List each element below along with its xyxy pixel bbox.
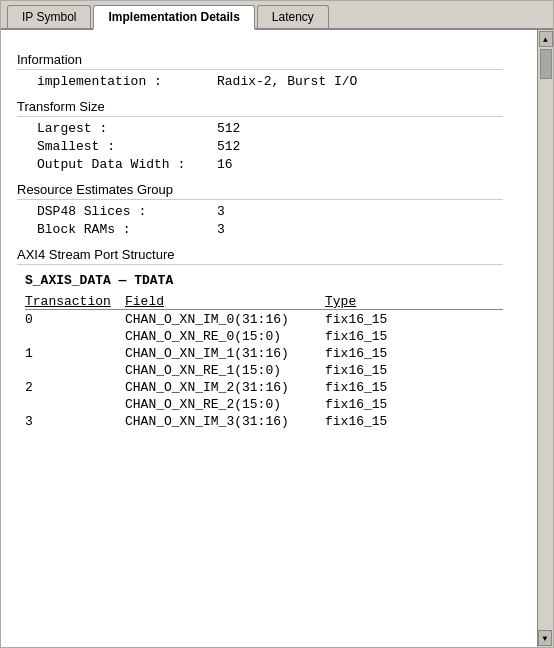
cell-field-2a: CHAN_O_XN_IM_2(31:16) xyxy=(125,380,325,395)
scrollbar[interactable]: ▲ ▼ xyxy=(537,30,553,647)
field-value-implementation: Radix-2, Burst I/O xyxy=(217,74,357,89)
table-header-row: Transaction Field Type xyxy=(25,294,503,310)
scroll-down-button[interactable]: ▼ xyxy=(538,630,552,646)
table-row: 0 CHAN_O_XN_IM_0(31:16) fix16_15 xyxy=(25,312,503,327)
col-header-field: Field xyxy=(125,294,325,309)
field-value-block-rams: 3 xyxy=(217,222,225,237)
cell-field-3a: CHAN_O_XN_IM_3(31:16) xyxy=(125,414,325,429)
field-label-dsp48: DSP48 Slices : xyxy=(37,204,217,219)
cell-field-1b: CHAN_O_XN_RE_1(15:0) xyxy=(125,363,325,378)
content-area: Information implementation : Radix-2, Bu… xyxy=(1,30,537,647)
data-table: Transaction Field Type 0 CHAN_O_XN_IM_0(… xyxy=(17,294,503,429)
field-label-largest: Largest : xyxy=(37,121,217,136)
cell-type-0b: fix16_15 xyxy=(325,329,405,344)
tab-bar: IP Symbol Implementation Details Latency xyxy=(1,1,553,30)
field-value-dsp48: 3 xyxy=(217,204,225,219)
cell-transaction-1b xyxy=(25,363,125,378)
scroll-thumb[interactable] xyxy=(540,49,552,79)
field-output-data-width: Output Data Width : 16 xyxy=(17,157,503,172)
tab-ip-symbol[interactable]: IP Symbol xyxy=(7,5,91,28)
cell-transaction-1: 1 xyxy=(25,346,125,361)
cell-transaction-2b xyxy=(25,397,125,412)
field-dsp48-slices: DSP48 Slices : 3 xyxy=(17,204,503,219)
field-label-implementation: implementation : xyxy=(37,74,217,89)
table-row: CHAN_O_XN_RE_2(15:0) fix16_15 xyxy=(25,397,503,412)
field-label-smallest: Smallest : xyxy=(37,139,217,154)
cell-transaction-0: 0 xyxy=(25,312,125,327)
field-label-output-data-width: Output Data Width : xyxy=(37,157,217,172)
table-row: CHAN_O_XN_RE_1(15:0) fix16_15 xyxy=(25,363,503,378)
section-information: Information xyxy=(17,52,503,70)
cell-type-1a: fix16_15 xyxy=(325,346,405,361)
field-value-largest: 512 xyxy=(217,121,240,136)
field-value-output-data-width: 16 xyxy=(217,157,233,172)
table-row: 2 CHAN_O_XN_IM_2(31:16) fix16_15 xyxy=(25,380,503,395)
col-header-type: Type xyxy=(325,294,405,309)
tab-latency[interactable]: Latency xyxy=(257,5,329,28)
cell-type-2a: fix16_15 xyxy=(325,380,405,395)
field-smallest: Smallest : 512 xyxy=(17,139,503,154)
table-row: 3 CHAN_O_XN_IM_3(31:16) fix16_15 xyxy=(25,414,503,429)
cell-transaction-2: 2 xyxy=(25,380,125,395)
cell-type-1b: fix16_15 xyxy=(325,363,405,378)
section-resource-estimates: Resource Estimates Group xyxy=(17,182,503,200)
subsection-s-axis-data: S_AXIS_DATA — TDATA xyxy=(17,273,503,288)
cell-field-1a: CHAN_O_XN_IM_1(31:16) xyxy=(125,346,325,361)
field-block-rams: Block RAMs : 3 xyxy=(17,222,503,237)
tab-implementation-details[interactable]: Implementation Details xyxy=(93,5,254,30)
section-axi4-stream: AXI4 Stream Port Structure xyxy=(17,247,503,265)
field-largest: Largest : 512 xyxy=(17,121,503,136)
cell-transaction-0b xyxy=(25,329,125,344)
field-implementation: implementation : Radix-2, Burst I/O xyxy=(17,74,503,89)
cell-field-2b: CHAN_O_XN_RE_2(15:0) xyxy=(125,397,325,412)
col-header-transaction: Transaction xyxy=(25,294,125,309)
table-row: 1 CHAN_O_XN_IM_1(31:16) fix16_15 xyxy=(25,346,503,361)
scroll-up-button[interactable]: ▲ xyxy=(539,31,553,47)
main-window: IP Symbol Implementation Details Latency… xyxy=(0,0,554,648)
cell-field-0a: CHAN_O_XN_IM_0(31:16) xyxy=(125,312,325,327)
cell-type-2b: fix16_15 xyxy=(325,397,405,412)
table-row: CHAN_O_XN_RE_0(15:0) fix16_15 xyxy=(25,329,503,344)
field-value-smallest: 512 xyxy=(217,139,240,154)
cell-transaction-3: 3 xyxy=(25,414,125,429)
cell-type-3a: fix16_15 xyxy=(325,414,405,429)
section-transform-size: Transform Size xyxy=(17,99,503,117)
cell-type-0a: fix16_15 xyxy=(325,312,405,327)
field-label-block-rams: Block RAMs : xyxy=(37,222,217,237)
cell-field-0b: CHAN_O_XN_RE_0(15:0) xyxy=(125,329,325,344)
